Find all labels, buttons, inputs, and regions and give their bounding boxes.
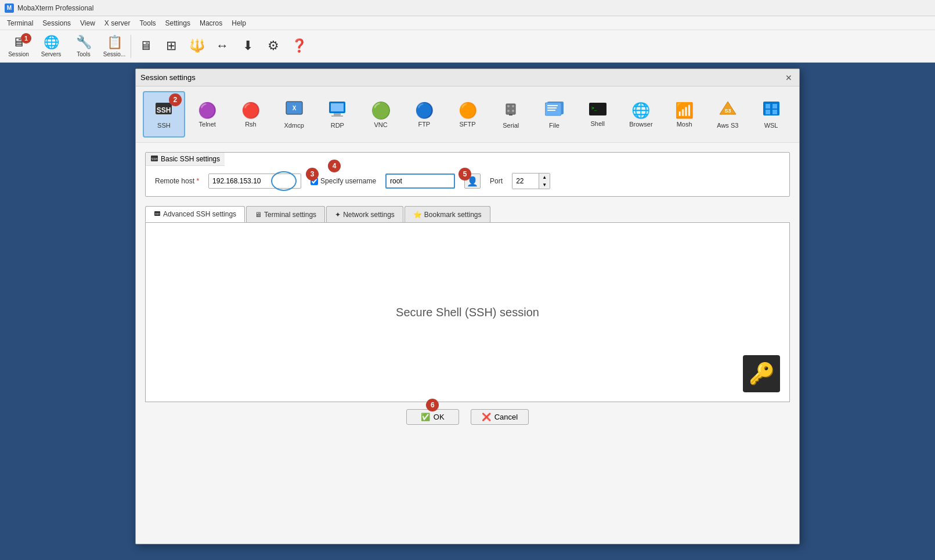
port-decrement[interactable]: ▼ [539, 181, 550, 189]
transfer-icon: ↔ [216, 38, 229, 53]
session-type-vnc[interactable]: 🟢 VNC [360, 91, 402, 138]
session-badge: 1 [21, 33, 31, 44]
tab-network-label: Network settings [343, 211, 395, 219]
tab-advanced-ssh-label: Advanced SSH settings [163, 210, 236, 218]
session-type-telnet[interactable]: 🟣 Telnet [186, 91, 229, 138]
session-type-ssh[interactable]: 2 SSH SSH [143, 91, 185, 138]
toolbar-servers[interactable]: 🌐 Servers [35, 32, 67, 61]
session-type-rdp[interactable]: RDP [316, 91, 359, 138]
svg-rect-8 [506, 104, 515, 114]
shell-label: Shell [590, 120, 604, 127]
menu-tools[interactable]: Tools [135, 18, 161, 28]
tab-advanced-ssh[interactable]: SSH Advanced SSH settings [145, 206, 245, 222]
xdmcp-icon: X [285, 100, 304, 121]
menu-terminal[interactable]: Terminal [2, 18, 38, 28]
svg-point-12 [512, 110, 514, 112]
content-area: Secure Shell (SSH) session 🔑 [145, 222, 790, 402]
sftp-icon: 🟠 [459, 102, 477, 120]
toolbar-config[interactable]: ⚙ [261, 32, 286, 61]
svg-text:X: X [292, 105, 296, 111]
svg-text:SSH: SSH [157, 106, 171, 114]
ok-check-icon: ✅ [421, 413, 430, 421]
session-type-browser[interactable]: 🌐 Browser [620, 91, 662, 138]
app-icon: M [5, 3, 14, 13]
telnet-label: Telnet [199, 121, 216, 128]
svg-rect-17 [547, 107, 557, 109]
session-type-sftp[interactable]: 🟠 SFTP [446, 91, 489, 138]
toolbar-session-label: Session [8, 51, 29, 57]
title-bar: M MobaXterm Professional [0, 0, 935, 16]
specify-username-checkbox[interactable] [311, 178, 318, 185]
trident-icon: 🔱 [189, 38, 205, 53]
svg-text:SSH: SSH [155, 212, 160, 215]
port-input[interactable] [512, 174, 539, 189]
svg-text:S3: S3 [724, 108, 731, 114]
tab-bookmark[interactable]: ⭐ Bookmark settings [405, 206, 490, 222]
toolbar-session[interactable]: 🖥 Session 1 [2, 32, 35, 61]
tab-network[interactable]: ✦ Network settings [326, 206, 403, 222]
svg-rect-13 [509, 114, 512, 115]
menu-settings[interactable]: Settings [161, 18, 195, 28]
toolbar-tools[interactable]: 🔧 Tools [67, 32, 100, 61]
toolbar-monitor[interactable]: 🖥 [133, 32, 158, 61]
toolbar-tools-label: Tools [77, 51, 90, 57]
ftp-icon: 🔵 [415, 102, 434, 120]
session-type-rsh[interactable]: 🔴 Rsh [230, 91, 272, 138]
wsl-icon [762, 100, 781, 121]
menu-macros[interactable]: Macros [195, 18, 227, 28]
close-button[interactable]: ✕ [783, 72, 795, 84]
browser-label: Browser [629, 121, 652, 128]
session-type-ftp[interactable]: 🔵 FTP [403, 91, 445, 138]
menu-xserver[interactable]: X server [100, 18, 135, 28]
shell-icon: >_ [588, 102, 608, 119]
xdmcp-label: Xdmcp [284, 122, 304, 129]
svg-rect-27 [772, 110, 777, 114]
wsl-label: WSL [764, 122, 778, 129]
toolbar: 🖥 Session 1 🌐 Servers 🔧 Tools 📋 Sessio..… [0, 30, 935, 63]
session-type-aws[interactable]: S3 Aws S3 [706, 91, 749, 138]
session-type-mosh[interactable]: 📶 Mosh [663, 91, 706, 138]
session-type-wsl[interactable]: WSL [750, 91, 792, 138]
sftp-label: SFTP [459, 121, 475, 128]
port-spin: ▲ ▼ [512, 173, 550, 189]
port-increment[interactable]: ▲ [539, 174, 550, 181]
session-type-file[interactable]: File [533, 91, 576, 138]
file-label: File [549, 122, 559, 129]
remote-host-input[interactable] [208, 174, 301, 189]
port-spinners: ▲ ▼ [539, 174, 550, 189]
remote-host-label: Remote host * [155, 177, 199, 185]
terminal-tab-icon: 🖥 [255, 211, 262, 219]
session-type-xdmcp[interactable]: X Xdmcp [273, 91, 315, 138]
menu-help[interactable]: Help [227, 18, 251, 28]
toolbar-trident[interactable]: 🔱 [184, 32, 210, 61]
menu-sessions[interactable]: Sessions [38, 18, 75, 28]
monitor-icon: 🖥 [139, 38, 152, 53]
toolbar-download[interactable]: ⬇ [235, 32, 261, 61]
toolbar-grid[interactable]: ⊞ [158, 32, 184, 61]
username-input[interactable] [385, 174, 455, 189]
config-icon: ⚙ [268, 38, 279, 53]
advanced-tabs: SSH Advanced SSH settings 🖥 Terminal set… [145, 206, 790, 223]
serial-icon [501, 100, 520, 121]
key-image: 🔑 [743, 355, 780, 392]
toolbar-sessio[interactable]: 📋 Sessio... [100, 32, 129, 61]
svg-text:>_: >_ [591, 106, 597, 111]
toolbar-help[interactable]: ❓ [286, 32, 312, 61]
remote-host-field-wrap: 3 [208, 174, 301, 189]
aws-label: Aws S3 [717, 122, 738, 129]
specify-username-label[interactable]: Specify username [311, 177, 376, 185]
cancel-button[interactable]: ❌ Cancel [471, 409, 529, 425]
ok-button[interactable]: ✅ OK [406, 409, 459, 425]
session-type-serial[interactable]: Serial [490, 91, 532, 138]
dialog-overlay: Session settings ✕ 2 SSH SSH 🟣 [0, 63, 935, 560]
menu-view[interactable]: View [75, 18, 100, 28]
file-icon [545, 100, 564, 121]
session-type-shell[interactable]: >_ Shell [576, 91, 619, 138]
dialog-body: SSH Basic SSH settings Remote host * [136, 143, 799, 441]
toolbar-transfer[interactable]: ↔ [210, 32, 235, 61]
specify-username-area: 4 Specify username [311, 177, 376, 185]
help-icon: ❓ [291, 38, 307, 53]
user-browse-button[interactable]: 👤 [464, 174, 481, 189]
tab-terminal[interactable]: 🖥 Terminal settings [246, 206, 325, 222]
basic-settings-body: Remote host * 3 [146, 166, 789, 196]
